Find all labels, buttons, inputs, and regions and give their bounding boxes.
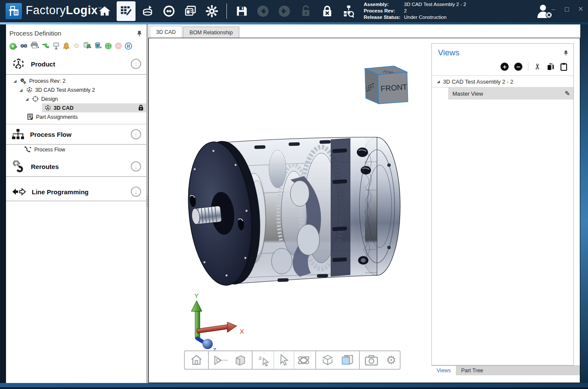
gear-pale-icon[interactable]: ⚙ (73, 42, 80, 50)
materials-button[interactable] (138, 1, 157, 21)
documents-button[interactable] (181, 1, 200, 21)
nav-cube[interactable]: TOP LEFT FRONT (365, 66, 408, 104)
section-process-flow[interactable]: Process Flow ↑ (6, 124, 146, 144)
tree-row-assembly[interactable]: ◢ 3D CAD Test Assembly 2 (6, 85, 146, 94)
main-area: 3D CAD BOM Relationship (148, 24, 580, 383)
globe-icon[interactable] (105, 42, 112, 50)
line-programming-icon (12, 187, 26, 196)
find-icon[interactable] (20, 42, 27, 50)
shuffle-icon[interactable] (42, 42, 49, 50)
save-button[interactable] (232, 1, 251, 21)
forward-button[interactable] (275, 1, 294, 21)
collapse-down-icon[interactable]: ↓ (131, 187, 141, 197)
svg-text:a: a (259, 354, 262, 361)
expander-icon[interactable]: ◢ (25, 97, 29, 101)
views-tree-master-view[interactable]: Master View ✎ (448, 87, 573, 100)
tree-row-design[interactable]: ◢ Design (6, 94, 146, 103)
home-button[interactable] (95, 1, 114, 21)
tree-row-part-assignments[interactable]: Part Assignments (6, 112, 146, 121)
edit-pencil-icon[interactable]: ✎ (564, 90, 570, 97)
close-button[interactable]: ✕ (576, 5, 585, 13)
audit-search-button[interactable] (339, 1, 358, 21)
explode-button[interactable] (318, 351, 338, 369)
tree-row-process-rev[interactable]: ◢ Process Rev: 2 (6, 76, 146, 85)
flow-search-icon (342, 5, 355, 18)
maximize-button[interactable]: ◻ (562, 5, 572, 13)
master-view-label: Master View (452, 90, 562, 97)
cut-icon[interactable]: ✂ (533, 63, 542, 70)
views-panel-title: Views (438, 48, 564, 57)
process-flow-item-label: Process Flow (34, 147, 65, 153)
transfer-icon (163, 5, 175, 18)
settings-button[interactable] (202, 1, 221, 21)
projector-icon[interactable] (52, 42, 60, 50)
tree-label: Process Rev: 2 (29, 78, 66, 84)
home-view-button[interactable] (187, 351, 206, 369)
select-button[interactable]: ▵ (274, 351, 294, 369)
toolbar-separator (226, 3, 227, 19)
process-rev-label: Process Rev: (364, 8, 401, 14)
gears-icon (19, 78, 27, 84)
flow-path-icon (24, 146, 32, 153)
add-view-button[interactable]: + (501, 63, 509, 71)
stop-icon[interactable]: − (115, 42, 122, 49)
cad-model[interactable] (182, 137, 400, 289)
assembly-cube-icon (25, 87, 33, 93)
lock-icon (138, 105, 144, 111)
tree-label: 3D CAD Test Assembly 2 (35, 87, 95, 93)
collapse-down-icon[interactable]: ↓ (131, 161, 141, 172)
pin-icon[interactable] (137, 30, 142, 36)
package-button[interactable]: ▾ (83, 42, 91, 50)
annotation-select-button[interactable]: ▵ a (254, 351, 274, 369)
tab-3d-cad[interactable]: 3D CAD (150, 26, 182, 38)
minimize-button[interactable]: – (549, 5, 558, 13)
section-line-programming[interactable]: Line Programming ↓ (6, 183, 146, 201)
copy-icon[interactable] (546, 63, 555, 71)
tab-part-tree[interactable]: Part Tree (456, 366, 488, 375)
unlock-icon (300, 5, 311, 17)
sync-button[interactable] (160, 1, 178, 21)
bell-icon[interactable] (63, 42, 70, 50)
app-logo (6, 3, 22, 19)
window-border (0, 383, 588, 387)
cad-viewport[interactable]: TOP LEFT FRONT Y X Z (148, 38, 580, 383)
expander-icon[interactable]: ◢ (13, 79, 17, 83)
collapse-up-icon[interactable]: ↑ (131, 129, 141, 139)
panel-title: Process Definition (9, 30, 137, 37)
reroutes-chain-icon (12, 160, 25, 172)
section-button[interactable] (338, 351, 357, 369)
print-button[interactable]: ▾ (30, 42, 39, 50)
add-button[interactable]: +▾ (9, 42, 17, 50)
save-icon (235, 5, 247, 17)
shaded-cube-button[interactable] (230, 351, 250, 369)
axis-y-label: Y (194, 292, 199, 299)
section-label: Line Programming (32, 188, 125, 196)
remove-view-button[interactable]: − (514, 63, 522, 71)
section-product[interactable]: Product ↑ (6, 54, 146, 74)
back-button[interactable] (253, 1, 272, 21)
expander-icon[interactable]: ◢ (436, 79, 440, 84)
assembly-label: Assembly: (364, 1, 401, 7)
tab-views[interactable]: Views (431, 366, 456, 375)
cad-cube-icon (44, 105, 51, 111)
orbit-button[interactable] (294, 351, 314, 369)
unlock-button[interactable] (296, 1, 315, 21)
process-flow-item[interactable]: Process Flow (6, 145, 146, 155)
collapse-up-icon[interactable]: ↑ (131, 59, 141, 69)
paste-icon[interactable] (560, 63, 567, 71)
lock-reject-button[interactable] (318, 1, 337, 21)
view-settings-button[interactable]: ⚙ (381, 351, 401, 369)
section-reroutes[interactable]: Reroutes ↓ (6, 157, 146, 176)
expander-icon[interactable]: ◢ (19, 88, 23, 92)
process-designer-button[interactable] (117, 1, 136, 21)
views-panel: Views + − ✂ ◢ 3D CAD Test Assembly 2 (431, 43, 574, 365)
views-tree-root[interactable]: ◢ 3D CAD Test Assembly 2 - 2 (432, 75, 573, 87)
release-status-label: Release Status: (364, 14, 401, 20)
recycle-button[interactable]: ▾ (94, 42, 102, 50)
tree-row-3d-cad[interactable]: 3D CAD (42, 103, 146, 112)
tab-bom-relationship[interactable]: BOM Relationship (183, 27, 239, 38)
visibility-button[interactable] (211, 351, 230, 369)
pause-icon[interactable] (125, 42, 132, 50)
snapshot-button[interactable] (362, 351, 381, 369)
pin-icon[interactable] (564, 50, 568, 56)
